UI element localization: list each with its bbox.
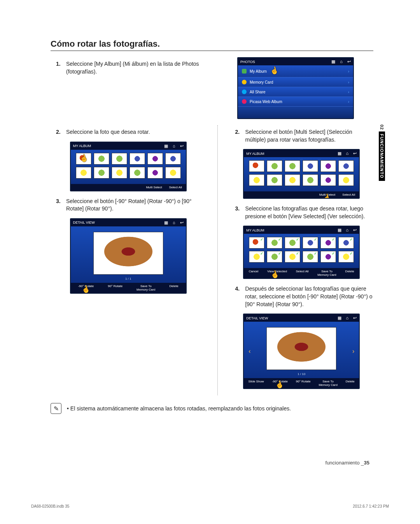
home-icon[interactable]: ⌂: [173, 220, 175, 225]
photo-thumb[interactable]: [94, 167, 109, 179]
allshare-icon: [242, 89, 247, 94]
photo-thumb[interactable]: [94, 153, 109, 165]
photo-thumb[interactable]: [320, 251, 336, 263]
photo-thumb[interactable]: [267, 251, 282, 263]
list-label: Memory Card: [250, 80, 273, 84]
cancel-button[interactable]: Cancel: [249, 270, 259, 277]
slideshow-button[interactable]: Slide Show: [248, 380, 264, 387]
photo-thumb[interactable]: [303, 237, 318, 249]
view-selected-button[interactable]: View Selected: [267, 270, 287, 277]
photo-thumb[interactable]: [147, 153, 163, 165]
photo-thumb[interactable]: [130, 167, 145, 179]
save-button[interactable]: Save To Memory Card: [317, 270, 336, 277]
select-all-button[interactable]: Select All: [342, 193, 355, 196]
photo-thumb[interactable]: [303, 160, 318, 172]
photo-thumb[interactable]: [320, 174, 336, 186]
prev-arrow-icon[interactable]: ‹: [245, 348, 254, 355]
list-item[interactable]: Memory Card ›: [238, 77, 353, 87]
photo-thumb[interactable]: [338, 251, 354, 263]
home-icon[interactable]: ⌂: [340, 59, 343, 64]
footer-section: funcionamiento _: [326, 460, 364, 466]
list-label: All Share: [250, 90, 266, 94]
select-all-button[interactable]: Select All: [169, 186, 182, 189]
photo-thumb[interactable]: [76, 167, 91, 179]
home-icon[interactable]: ⌂: [346, 315, 349, 321]
photo-thumb[interactable]: [165, 153, 181, 165]
grid-icon[interactable]: ▦: [164, 220, 168, 225]
multi-select-button[interactable]: Multi Select: [146, 186, 162, 189]
grid-icon[interactable]: ▦: [338, 315, 341, 321]
screen-title: PHOTOS: [240, 60, 255, 64]
page-title: Cómo rotar las fotografías.: [51, 39, 373, 51]
screen-title: DETAIL VIEW: [246, 316, 268, 320]
step-text: Seleccione la foto que desea rotar.: [66, 128, 150, 136]
photo-thumb[interactable]: [267, 237, 282, 249]
photo-preview: [93, 232, 163, 275]
list-item[interactable]: Picasa Web Album ›: [238, 97, 353, 107]
back-icon[interactable]: ↩: [353, 151, 357, 156]
photo-thumb[interactable]: [338, 160, 354, 172]
multi-select-button[interactable]: Multi Select: [319, 193, 335, 196]
photo-thumb[interactable]: [285, 160, 300, 172]
screen-title: DETAIL VIEW: [73, 221, 95, 224]
photo-thumb[interactable]: [249, 160, 264, 172]
home-icon[interactable]: ⌂: [173, 144, 175, 149]
detail-screen-a: DETAIL VIEW ▦⌂↩ 1 / 1 -90° Rotate 90° Ro…: [70, 218, 187, 294]
photo-thumb[interactable]: [320, 237, 336, 249]
grid-icon[interactable]: ▦: [164, 144, 168, 149]
rotate-neg90-button[interactable]: -90° Rotate: [272, 380, 288, 387]
save-button[interactable]: Save To Memory Card: [136, 284, 155, 291]
grid-icon[interactable]: ▦: [338, 151, 341, 156]
album-screen-multiselect: MY ALBUM ▦⌂↩: [243, 149, 360, 199]
photo-thumb[interactable]: [320, 160, 336, 172]
photo-thumb[interactable]: [303, 174, 318, 186]
photo-thumb[interactable]: [267, 174, 282, 186]
next-arrow-icon[interactable]: ›: [349, 348, 357, 355]
rotate-neg90-button[interactable]: -90° Rotate: [78, 284, 94, 291]
step-text: Después de seleccionar las fotografías q…: [245, 285, 373, 308]
back-icon[interactable]: ↩: [347, 59, 351, 64]
back-icon[interactable]: ↩: [353, 315, 357, 321]
delete-button[interactable]: Delete: [346, 380, 355, 387]
home-icon[interactable]: ⌂: [346, 228, 349, 233]
photo-thumb[interactable]: [303, 251, 318, 263]
grid-icon[interactable]: ▦: [338, 228, 341, 233]
back-icon[interactable]: ↩: [353, 228, 357, 233]
photo-thumb[interactable]: [249, 251, 264, 263]
delete-button[interactable]: Delete: [170, 284, 178, 291]
rotate-pos90-button[interactable]: 90° Rotate: [296, 380, 311, 387]
photo-thumb[interactable]: [267, 160, 282, 172]
list-label: My Album: [250, 69, 267, 74]
section-label: FUNCIONAMIENTO: [379, 131, 385, 181]
list-item[interactable]: My Album☝ ›: [238, 65, 353, 77]
photo-thumb[interactable]: [147, 167, 163, 179]
delete-button[interactable]: Delete: [345, 270, 354, 277]
photo-thumb[interactable]: [112, 167, 127, 179]
photo-thumb[interactable]: [112, 153, 127, 165]
photo-thumb[interactable]: [165, 167, 181, 179]
home-icon[interactable]: ⌂: [346, 151, 349, 156]
photo-thumb[interactable]: [338, 174, 354, 186]
photo-thumb[interactable]: [285, 237, 300, 249]
back-icon[interactable]: ↩: [180, 144, 184, 149]
select-all-button[interactable]: Select All: [296, 270, 309, 277]
back-icon[interactable]: ↩: [180, 220, 184, 225]
step-number: 2.: [235, 128, 241, 144]
photo-thumb[interactable]: [76, 153, 91, 165]
photo-thumb[interactable]: [285, 251, 300, 263]
card-icon: [242, 80, 247, 84]
photo-thumb[interactable]: [249, 237, 264, 249]
list-item[interactable]: All Share ›: [238, 87, 353, 97]
photo-thumb[interactable]: [249, 174, 264, 186]
rotate-pos90-button[interactable]: 90° Rotate: [108, 284, 122, 291]
photo-thumb[interactable]: [130, 153, 145, 165]
print-doc-id: DA68-02500B.indb 35: [31, 504, 69, 508]
photo-thumb[interactable]: [338, 237, 354, 249]
step-text: Seleccione las fotografías que desea rot…: [245, 205, 373, 220]
photo-thumb[interactable]: [285, 174, 300, 186]
grid-icon[interactable]: ▦: [331, 59, 335, 64]
save-button[interactable]: Save To Memory Card: [318, 380, 337, 387]
step-2-left: 2. Seleccione la foto que desea rotar.: [56, 128, 206, 136]
note-icon: ✎: [51, 403, 61, 414]
step-4-right: 4. Después de seleccionar las fotografía…: [235, 285, 373, 308]
